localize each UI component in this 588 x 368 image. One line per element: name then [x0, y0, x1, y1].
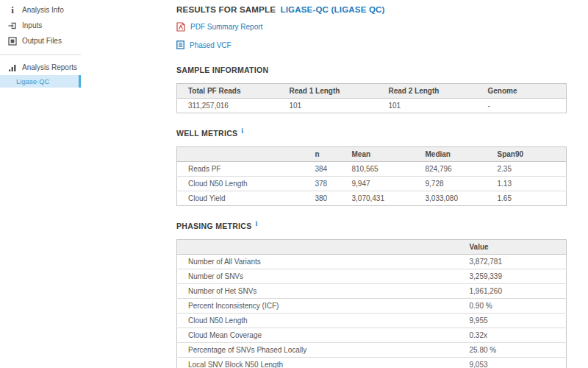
- table-cell: 25.80 %: [464, 343, 567, 358]
- table-row: Local SNV Block N50 Length 9,053: [177, 358, 567, 368]
- sidebar-item-label: Output Files: [22, 37, 62, 45]
- table-cell: 0.32x: [464, 328, 567, 343]
- metric-label: Cloud Yield: [177, 191, 309, 206]
- table-row: Cloud N50 Length 378 9,947 9,728 1.13: [177, 177, 567, 191]
- sidebar-divider: [0, 54, 81, 55]
- table-row: Number of All Variants 3,872,781: [177, 255, 567, 269]
- pdf-summary-report-link[interactable]: PDF Summary Report: [176, 22, 566, 32]
- column-header: n: [309, 147, 346, 162]
- table-cell: 101: [383, 99, 482, 113]
- bar-chart-icon: [8, 63, 17, 72]
- table-row: Cloud N50 Length 9,955: [177, 314, 567, 328]
- vcf-file-icon: [176, 40, 184, 49]
- column-header: [177, 147, 309, 162]
- table-cell: 384: [309, 162, 346, 177]
- column-header: Read 2 Length: [383, 84, 482, 99]
- metric-label: Cloud N50 Length: [177, 314, 464, 328]
- table-cell: 810,565: [346, 162, 420, 177]
- sidebar-item-label: Inputs: [22, 21, 42, 29]
- table-cell: 1,961,260: [464, 284, 567, 299]
- sidebar-item-label: Analysis Info: [22, 6, 64, 14]
- sidebar: i Analysis Info Inputs Output Files: [0, 0, 81, 88]
- table-row: Percent Inconsistency (ICF) 0.90 %: [177, 299, 567, 314]
- table-cell: 3,872,781: [464, 255, 567, 269]
- metric-label: Cloud Mean Coverage: [177, 328, 464, 343]
- sample-information-table: Total PF Reads Read 1 Length Read 2 Leng…: [176, 83, 567, 113]
- table-cell: 9,053: [464, 358, 567, 368]
- sidebar-item-inputs[interactable]: Inputs: [0, 18, 81, 33]
- table-header-row: Total PF Reads Read 1 Length Read 2 Leng…: [177, 84, 567, 99]
- table-cell: 9,728: [420, 177, 492, 191]
- table-cell: 2.35: [492, 162, 567, 177]
- main-content: RESULTS FOR SAMPLE LIGASE-QC (LIGASE QC)…: [176, 0, 566, 368]
- column-header: Span90: [492, 147, 567, 162]
- phasing-metrics-info-icon[interactable]: i: [256, 219, 258, 227]
- page-title: RESULTS FOR SAMPLE LIGASE-QC (LIGASE QC): [176, 5, 566, 14]
- table-cell: 9,947: [346, 177, 420, 191]
- table-cell: 311,257,016: [177, 99, 284, 113]
- well-metrics-info-icon[interactable]: i: [241, 127, 243, 135]
- table-row: Cloud Yield 380 3,070,431 3,033,080 1.65: [177, 191, 567, 206]
- phased-vcf-link[interactable]: Phased VCF: [176, 40, 566, 49]
- column-header: Read 1 Length: [284, 84, 383, 99]
- table-header-row: n Mean Median Span90: [177, 147, 567, 162]
- phasing-metrics-table: Value Number of All Variants 3,872,781 N…: [176, 239, 567, 368]
- page-title-prefix: RESULTS FOR SAMPLE: [176, 5, 276, 14]
- inputs-icon: [8, 21, 17, 30]
- metric-label: Cloud N50 Length: [177, 177, 309, 191]
- column-header: Median: [420, 147, 492, 162]
- metric-label: Percent Inconsistency (ICF): [177, 299, 464, 314]
- table-cell: 101: [284, 99, 383, 113]
- table-row: Number of Het SNVs 1,961,260: [177, 284, 567, 299]
- report-link-label: Ligase-QC: [16, 77, 49, 85]
- table-cell: 824,796: [420, 162, 492, 177]
- sidebar-item-analysis-reports[interactable]: Analysis Reports: [0, 60, 81, 75]
- metric-label: Local SNV Block N50 Length: [177, 358, 464, 368]
- pdf-summary-report-label: PDF Summary Report: [190, 23, 262, 31]
- table-cell: 378: [309, 177, 346, 191]
- sample-link[interactable]: LIGASE-QC (LIGASE QC): [280, 5, 384, 14]
- column-header: Mean: [346, 147, 420, 162]
- metric-label: Reads PF: [177, 162, 309, 177]
- table-cell: 1.13: [492, 177, 567, 191]
- table-row: 311,257,016 101 101 -: [177, 99, 567, 113]
- metric-label: Number of SNVs: [177, 269, 464, 284]
- table-cell: -: [482, 99, 567, 113]
- column-header: Total PF Reads: [177, 84, 284, 99]
- table-cell: 0.90 %: [464, 299, 567, 314]
- info-icon: i: [8, 6, 17, 15]
- table-cell: 3,033,080: [420, 191, 492, 206]
- sidebar-item-output-files[interactable]: Output Files: [0, 33, 81, 49]
- metric-label: Percentage of SNVs Phased Locally: [177, 343, 464, 358]
- sample-information-title: SAMPLE INFORMATION: [176, 66, 566, 74]
- well-metrics-title: WELL METRICSi: [176, 127, 566, 138]
- table-cell: 3,259,339: [464, 269, 567, 284]
- pdf-icon: [176, 22, 185, 32]
- metric-label: Number of All Variants: [177, 255, 464, 269]
- sidebar-report-link-ligase-qc[interactable]: Ligase-QC: [0, 75, 81, 88]
- phasing-metrics-title: PHASING METRICSi: [176, 219, 566, 230]
- table-row: Number of SNVs 3,259,339: [177, 269, 567, 284]
- table-row: Percentage of SNVs Phased Locally 25.80 …: [177, 343, 567, 358]
- table-cell: 380: [309, 191, 346, 206]
- phased-vcf-label: Phased VCF: [190, 41, 232, 49]
- table-cell: 1.65: [492, 191, 567, 206]
- well-metrics-table: n Mean Median Span90 Reads PF 384 810,56…: [176, 146, 567, 206]
- column-header: [177, 240, 464, 255]
- table-cell: 9,955: [464, 314, 567, 328]
- table-row: Reads PF 384 810,565 824,796 2.35: [177, 162, 567, 177]
- sidebar-item-analysis-info[interactable]: i Analysis Info: [0, 2, 81, 18]
- table-header-row: Value: [177, 240, 567, 255]
- column-header: Genome: [482, 84, 567, 99]
- output-files-icon: [8, 37, 17, 46]
- metric-label: Number of Het SNVs: [177, 284, 464, 299]
- sidebar-item-label: Analysis Reports: [22, 63, 77, 71]
- column-header: Value: [464, 240, 567, 255]
- table-row: Cloud Mean Coverage 0.32x: [177, 328, 567, 343]
- table-cell: 3,070,431: [346, 191, 420, 206]
